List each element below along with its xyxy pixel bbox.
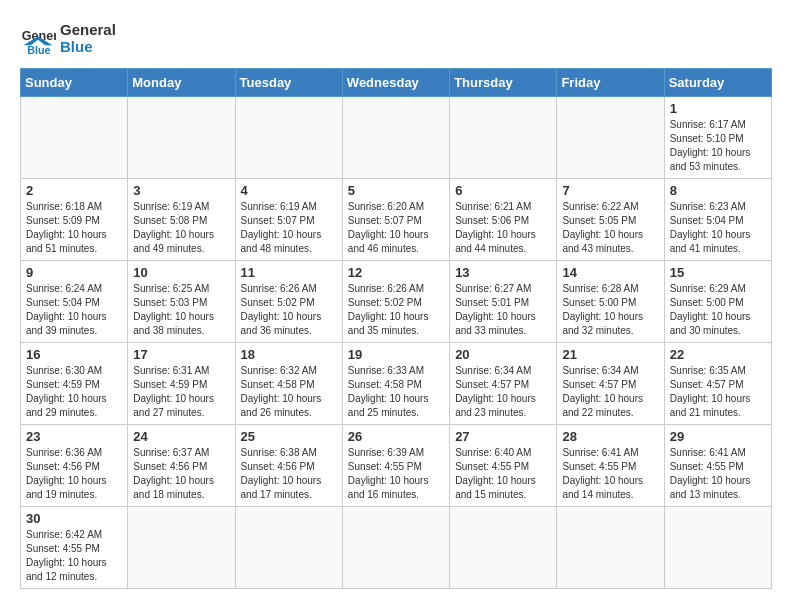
calendar-cell: 12Sunrise: 6:26 AM Sunset: 5:02 PM Dayli…: [342, 261, 449, 343]
day-number: 11: [241, 265, 337, 280]
day-number: 14: [562, 265, 658, 280]
calendar-cell: 13Sunrise: 6:27 AM Sunset: 5:01 PM Dayli…: [450, 261, 557, 343]
day-number: 18: [241, 347, 337, 362]
logo-icon: General Blue: [20, 20, 56, 56]
calendar-week-row: 1Sunrise: 6:17 AM Sunset: 5:10 PM Daylig…: [21, 97, 772, 179]
calendar-cell: 28Sunrise: 6:41 AM Sunset: 4:55 PM Dayli…: [557, 425, 664, 507]
day-header-saturday: Saturday: [664, 69, 771, 97]
calendar-cell: 2Sunrise: 6:18 AM Sunset: 5:09 PM Daylig…: [21, 179, 128, 261]
logo-blue-text: Blue: [60, 38, 116, 55]
day-header-friday: Friday: [557, 69, 664, 97]
calendar-cell: [664, 507, 771, 589]
calendar-cell: 4Sunrise: 6:19 AM Sunset: 5:07 PM Daylig…: [235, 179, 342, 261]
calendar-cell: [450, 97, 557, 179]
calendar-cell: 16Sunrise: 6:30 AM Sunset: 4:59 PM Dayli…: [21, 343, 128, 425]
day-info: Sunrise: 6:38 AM Sunset: 4:56 PM Dayligh…: [241, 446, 337, 502]
day-number: 29: [670, 429, 766, 444]
day-info: Sunrise: 6:28 AM Sunset: 5:00 PM Dayligh…: [562, 282, 658, 338]
day-info: Sunrise: 6:37 AM Sunset: 4:56 PM Dayligh…: [133, 446, 229, 502]
day-info: Sunrise: 6:24 AM Sunset: 5:04 PM Dayligh…: [26, 282, 122, 338]
day-info: Sunrise: 6:17 AM Sunset: 5:10 PM Dayligh…: [670, 118, 766, 174]
day-info: Sunrise: 6:35 AM Sunset: 4:57 PM Dayligh…: [670, 364, 766, 420]
calendar: SundayMondayTuesdayWednesdayThursdayFrid…: [20, 68, 772, 589]
calendar-cell: 23Sunrise: 6:36 AM Sunset: 4:56 PM Dayli…: [21, 425, 128, 507]
day-info: Sunrise: 6:36 AM Sunset: 4:56 PM Dayligh…: [26, 446, 122, 502]
calendar-cell: 15Sunrise: 6:29 AM Sunset: 5:00 PM Dayli…: [664, 261, 771, 343]
calendar-cell: [342, 507, 449, 589]
calendar-cell: 24Sunrise: 6:37 AM Sunset: 4:56 PM Dayli…: [128, 425, 235, 507]
day-info: Sunrise: 6:29 AM Sunset: 5:00 PM Dayligh…: [670, 282, 766, 338]
day-header-thursday: Thursday: [450, 69, 557, 97]
day-number: 22: [670, 347, 766, 362]
calendar-cell: [557, 507, 664, 589]
day-header-sunday: Sunday: [21, 69, 128, 97]
calendar-cell: [557, 97, 664, 179]
day-number: 17: [133, 347, 229, 362]
day-info: Sunrise: 6:34 AM Sunset: 4:57 PM Dayligh…: [562, 364, 658, 420]
day-info: Sunrise: 6:18 AM Sunset: 5:09 PM Dayligh…: [26, 200, 122, 256]
day-info: Sunrise: 6:21 AM Sunset: 5:06 PM Dayligh…: [455, 200, 551, 256]
day-number: 28: [562, 429, 658, 444]
svg-text:Blue: Blue: [27, 44, 50, 56]
day-info: Sunrise: 6:19 AM Sunset: 5:07 PM Dayligh…: [241, 200, 337, 256]
calendar-week-row: 30Sunrise: 6:42 AM Sunset: 4:55 PM Dayli…: [21, 507, 772, 589]
calendar-cell: 20Sunrise: 6:34 AM Sunset: 4:57 PM Dayli…: [450, 343, 557, 425]
day-number: 4: [241, 183, 337, 198]
calendar-cell: 8Sunrise: 6:23 AM Sunset: 5:04 PM Daylig…: [664, 179, 771, 261]
calendar-cell: 14Sunrise: 6:28 AM Sunset: 5:00 PM Dayli…: [557, 261, 664, 343]
day-number: 24: [133, 429, 229, 444]
day-info: Sunrise: 6:40 AM Sunset: 4:55 PM Dayligh…: [455, 446, 551, 502]
calendar-cell: 6Sunrise: 6:21 AM Sunset: 5:06 PM Daylig…: [450, 179, 557, 261]
logo: General Blue General Blue: [20, 20, 116, 56]
calendar-header-row: SundayMondayTuesdayWednesdayThursdayFrid…: [21, 69, 772, 97]
day-number: 25: [241, 429, 337, 444]
day-number: 10: [133, 265, 229, 280]
calendar-cell: 17Sunrise: 6:31 AM Sunset: 4:59 PM Dayli…: [128, 343, 235, 425]
day-number: 8: [670, 183, 766, 198]
calendar-cell: 21Sunrise: 6:34 AM Sunset: 4:57 PM Dayli…: [557, 343, 664, 425]
day-info: Sunrise: 6:30 AM Sunset: 4:59 PM Dayligh…: [26, 364, 122, 420]
day-header-wednesday: Wednesday: [342, 69, 449, 97]
day-header-tuesday: Tuesday: [235, 69, 342, 97]
day-number: 19: [348, 347, 444, 362]
day-number: 30: [26, 511, 122, 526]
day-info: Sunrise: 6:25 AM Sunset: 5:03 PM Dayligh…: [133, 282, 229, 338]
day-number: 5: [348, 183, 444, 198]
calendar-cell: 5Sunrise: 6:20 AM Sunset: 5:07 PM Daylig…: [342, 179, 449, 261]
calendar-cell: [128, 97, 235, 179]
svg-text:General: General: [22, 29, 56, 43]
day-number: 23: [26, 429, 122, 444]
day-info: Sunrise: 6:22 AM Sunset: 5:05 PM Dayligh…: [562, 200, 658, 256]
calendar-cell: 26Sunrise: 6:39 AM Sunset: 4:55 PM Dayli…: [342, 425, 449, 507]
calendar-cell: 29Sunrise: 6:41 AM Sunset: 4:55 PM Dayli…: [664, 425, 771, 507]
calendar-cell: 11Sunrise: 6:26 AM Sunset: 5:02 PM Dayli…: [235, 261, 342, 343]
day-info: Sunrise: 6:26 AM Sunset: 5:02 PM Dayligh…: [241, 282, 337, 338]
calendar-cell: [128, 507, 235, 589]
day-info: Sunrise: 6:33 AM Sunset: 4:58 PM Dayligh…: [348, 364, 444, 420]
calendar-cell: [235, 97, 342, 179]
logo-general-text: General: [60, 21, 116, 38]
header: General Blue General Blue: [20, 20, 772, 56]
calendar-cell: [235, 507, 342, 589]
day-info: Sunrise: 6:41 AM Sunset: 4:55 PM Dayligh…: [670, 446, 766, 502]
day-info: Sunrise: 6:42 AM Sunset: 4:55 PM Dayligh…: [26, 528, 122, 584]
calendar-cell: 18Sunrise: 6:32 AM Sunset: 4:58 PM Dayli…: [235, 343, 342, 425]
day-info: Sunrise: 6:19 AM Sunset: 5:08 PM Dayligh…: [133, 200, 229, 256]
calendar-cell: [450, 507, 557, 589]
day-info: Sunrise: 6:41 AM Sunset: 4:55 PM Dayligh…: [562, 446, 658, 502]
day-number: 3: [133, 183, 229, 198]
calendar-cell: 22Sunrise: 6:35 AM Sunset: 4:57 PM Dayli…: [664, 343, 771, 425]
day-number: 20: [455, 347, 551, 362]
day-number: 9: [26, 265, 122, 280]
calendar-cell: 30Sunrise: 6:42 AM Sunset: 4:55 PM Dayli…: [21, 507, 128, 589]
day-number: 15: [670, 265, 766, 280]
day-number: 2: [26, 183, 122, 198]
day-number: 16: [26, 347, 122, 362]
day-number: 7: [562, 183, 658, 198]
calendar-cell: 19Sunrise: 6:33 AM Sunset: 4:58 PM Dayli…: [342, 343, 449, 425]
calendar-cell: 3Sunrise: 6:19 AM Sunset: 5:08 PM Daylig…: [128, 179, 235, 261]
day-number: 13: [455, 265, 551, 280]
day-info: Sunrise: 6:34 AM Sunset: 4:57 PM Dayligh…: [455, 364, 551, 420]
day-number: 1: [670, 101, 766, 116]
day-info: Sunrise: 6:32 AM Sunset: 4:58 PM Dayligh…: [241, 364, 337, 420]
